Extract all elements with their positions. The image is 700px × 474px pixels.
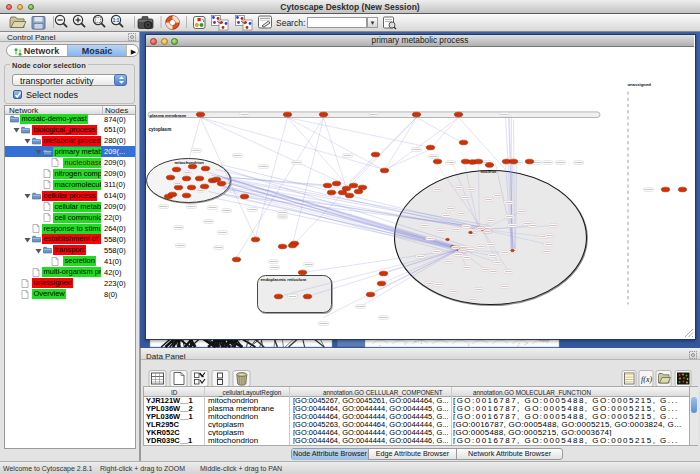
svg-text:1:1: 1:1 <box>113 18 120 23</box>
svg-text:plasma membrane: plasma membrane <box>150 113 187 118</box>
svg-text:nucleus: nucleus <box>481 169 497 174</box>
svg-text:endoplasmic reticulum: endoplasmic reticulum <box>261 277 307 282</box>
svg-text:mitochondrion: mitochondrion <box>175 160 205 165</box>
svg-text:cytoplasm: cytoplasm <box>149 127 172 132</box>
svg-text:unassigned: unassigned <box>628 82 652 87</box>
svg-text:f(x): f(x) <box>641 375 652 384</box>
